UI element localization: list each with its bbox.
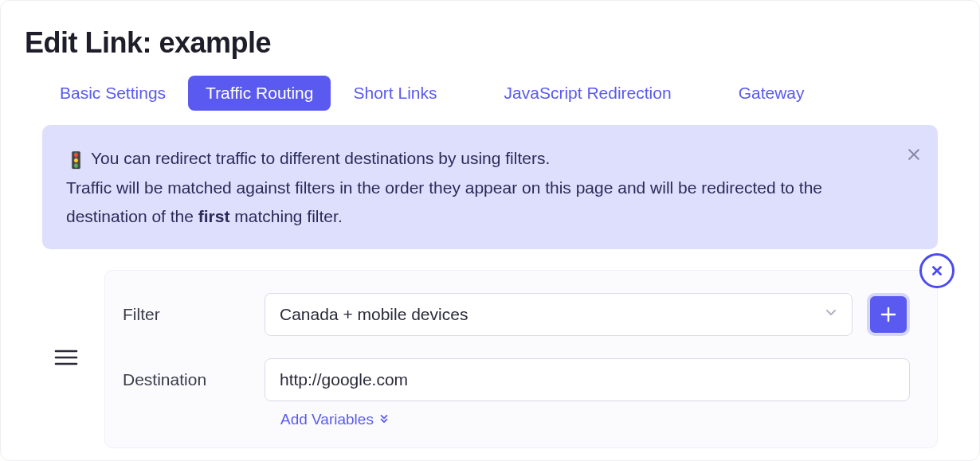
add-filter-button[interactable] [867,293,910,336]
chevron-down-icon [823,305,839,325]
alert-line-1: 🚦You can redirect traffic to different d… [66,144,896,174]
destination-row: Destination [123,358,910,401]
alert-close-button[interactable] [906,143,922,171]
page-title: Edit Link: example [1,1,979,76]
filter-label: Filter [123,305,250,324]
traffic-light-icon: 🚦 [66,151,86,169]
filter-select-value: Canada + mobile devices [280,305,468,324]
drag-handle-icon[interactable] [54,348,78,370]
remove-filter-button[interactable] [919,253,955,288]
info-alert: 🚦You can redirect traffic to different d… [42,125,938,249]
filter-row: Filter Canada + mobile devices [123,293,910,336]
edit-link-page: Edit Link: example Basic Settings Traffi… [0,0,980,461]
tab-gateway[interactable]: Gateway [721,76,822,111]
filter-card: Filter Canada + mobile devices Destinati… [104,270,938,448]
tab-basic-settings[interactable]: Basic Settings [42,76,183,111]
destination-label: Destination [123,370,250,389]
double-chevron-down-icon [378,411,390,428]
tab-short-links[interactable]: Short Links [335,76,454,111]
alert-line-2: Traffic will be matched against filters … [66,174,896,230]
add-variables-link[interactable]: Add Variables [280,411,390,428]
tab-bar: Basic Settings Traffic Routing Short Lin… [1,76,979,125]
destination-input[interactable] [265,358,910,401]
filter-select[interactable]: Canada + mobile devices [265,293,853,336]
tab-traffic-routing[interactable]: Traffic Routing [188,76,331,111]
tab-js-redirection[interactable]: JavaScript Redirection [487,76,689,111]
